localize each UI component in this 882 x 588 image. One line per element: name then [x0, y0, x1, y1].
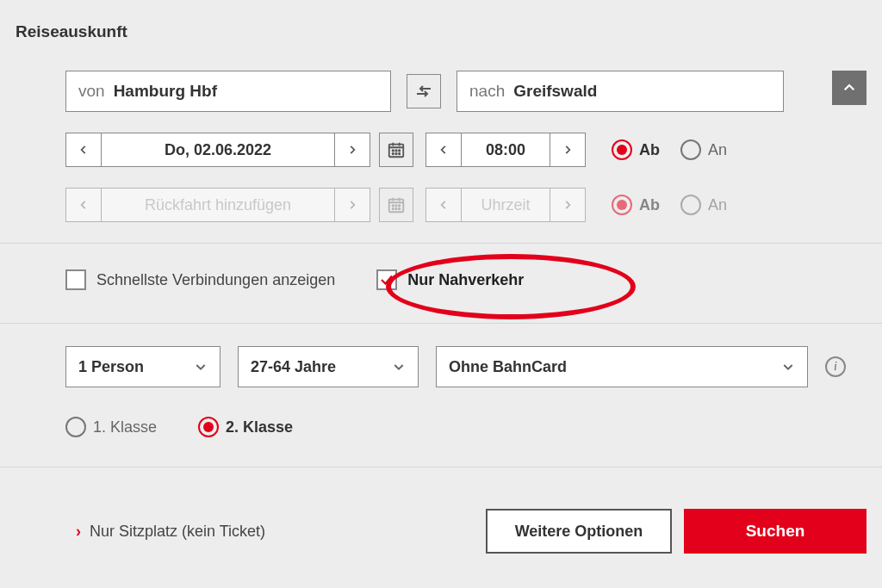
outbound-time-input[interactable]: 08:00: [461, 133, 550, 166]
second-class-radio[interactable]: 2. Klasse: [198, 417, 293, 437]
outbound-ab-radio[interactable]: Ab: [612, 139, 660, 160]
outbound-an-radio[interactable]: An: [680, 139, 727, 160]
svg-point-12: [395, 208, 396, 209]
ab-label: Ab: [639, 141, 660, 159]
date-next-button[interactable]: [335, 133, 370, 166]
chevron-up-icon: [842, 80, 857, 96]
chevron-right-icon: [562, 199, 574, 211]
from-value: Hamburg Hbf: [114, 82, 217, 101]
chevron-right-icon: [562, 144, 574, 156]
swap-icon: [413, 81, 434, 102]
first-class-label: 1. Klasse: [93, 418, 157, 436]
calendar-icon: [387, 195, 406, 214]
age-select[interactable]: 27-64 Jahre: [238, 346, 419, 387]
calendar-icon: [387, 140, 406, 159]
seat-only-link[interactable]: › Nur Sitzplatz (kein Ticket): [76, 523, 265, 541]
return-date-next-button[interactable]: [335, 189, 370, 221]
an-label: An: [708, 141, 727, 159]
from-label: von: [78, 82, 105, 101]
return-calendar-button[interactable]: [379, 188, 413, 222]
svg-point-9: [395, 205, 396, 206]
return-time-prev-button[interactable]: [426, 189, 461, 221]
return-an-radio[interactable]: An: [680, 195, 727, 215]
ab-label: Ab: [639, 196, 660, 214]
second-class-label: 2. Klasse: [226, 418, 293, 436]
return-time-input[interactable]: Uhrzeit: [461, 189, 550, 221]
bahncard-select[interactable]: Ohne BahnCard: [436, 346, 808, 387]
chevron-right-icon: ›: [76, 523, 81, 541]
time-prev-button[interactable]: [426, 133, 461, 166]
info-button[interactable]: i: [825, 356, 846, 377]
svg-point-11: [393, 208, 394, 209]
chevron-left-icon: [438, 199, 450, 211]
chevron-left-icon: [78, 144, 90, 156]
fastest-label: Schnellste Verbindungen anzeigen: [96, 271, 335, 289]
svg-point-1: [393, 150, 394, 151]
from-station-input[interactable]: von Hamburg Hbf: [65, 71, 391, 112]
regional-label: Nur Nahverkehr: [407, 271, 524, 289]
return-date-group: Rückfahrt hinzufügen: [65, 188, 370, 222]
return-date-prev-button[interactable]: [66, 189, 101, 221]
svg-point-8: [393, 205, 394, 206]
person-value: 1 Person: [78, 358, 144, 376]
fastest-connections-checkbox[interactable]: Schnellste Verbindungen anzeigen: [65, 269, 335, 290]
more-options-button[interactable]: Weitere Optionen: [486, 509, 672, 554]
chevron-right-icon: [346, 144, 358, 156]
search-button[interactable]: Suchen: [684, 509, 866, 554]
age-value: 27-64 Jahre: [251, 358, 336, 376]
return-ab-radio[interactable]: Ab: [612, 195, 660, 215]
seat-link-label: Nur Sitzplatz (kein Ticket): [90, 523, 265, 541]
outbound-time-group: 08:00: [425, 133, 586, 167]
collapse-button[interactable]: [832, 71, 866, 105]
time-next-button[interactable]: [550, 133, 585, 166]
page-title: Reiseauskunft: [16, 22, 866, 41]
svg-point-3: [399, 150, 400, 151]
chevron-left-icon: [78, 199, 90, 211]
first-class-radio[interactable]: 1. Klasse: [65, 417, 157, 437]
svg-point-5: [395, 153, 396, 154]
date-prev-button[interactable]: [66, 133, 101, 166]
to-label: nach: [469, 82, 505, 101]
return-date-input[interactable]: Rückfahrt hinzufügen: [101, 189, 335, 221]
to-value: Greifswald: [513, 82, 597, 101]
chevron-down-icon: [194, 360, 208, 374]
chevron-right-icon: [346, 199, 358, 211]
svg-point-13: [399, 208, 400, 209]
person-count-select[interactable]: 1 Person: [65, 346, 220, 387]
svg-point-10: [399, 205, 400, 206]
return-time-group: Uhrzeit: [425, 188, 586, 222]
svg-point-6: [399, 153, 400, 154]
outbound-calendar-button[interactable]: [379, 133, 413, 167]
chevron-down-icon: [781, 360, 795, 374]
return-time-next-button[interactable]: [550, 189, 585, 221]
outbound-date-group: Do, 02.06.2022: [65, 133, 370, 167]
card-value: Ohne BahnCard: [449, 358, 567, 376]
check-icon: [379, 272, 394, 288]
svg-point-4: [393, 153, 394, 154]
swap-stations-button[interactable]: [407, 74, 441, 108]
svg-point-2: [395, 150, 396, 151]
outbound-date-input[interactable]: Do, 02.06.2022: [101, 133, 335, 166]
to-station-input[interactable]: nach Greifswald: [457, 71, 784, 112]
an-label: An: [708, 196, 727, 214]
chevron-left-icon: [438, 144, 450, 156]
chevron-down-icon: [392, 360, 406, 374]
regional-only-checkbox[interactable]: Nur Nahverkehr: [376, 269, 524, 290]
